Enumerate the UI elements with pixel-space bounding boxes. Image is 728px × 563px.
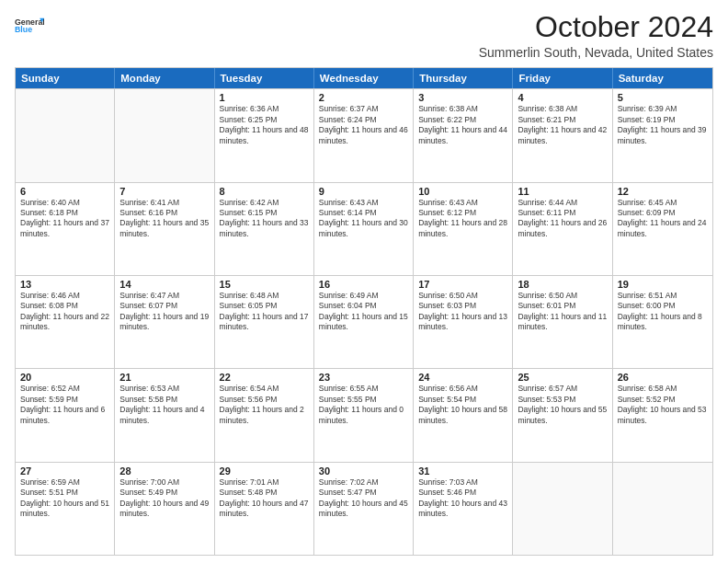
cell-w5-tuesday: 29 Sunrise: 7:01 AMSunset: 5:48 PMDaylig… [215, 463, 314, 555]
day-number: 2 [319, 92, 408, 103]
day-info: Sunrise: 6:50 AMSunset: 6:03 PMDaylight:… [418, 291, 507, 333]
header: General Blue October 2024 Summerlin Sout… [15, 11, 713, 60]
main-title: October 2024 [479, 11, 713, 43]
week-4: 20 Sunrise: 6:52 AMSunset: 5:59 PMDaylig… [16, 368, 712, 461]
cell-w1-thursday: 3 Sunrise: 6:38 AMSunset: 6:22 PMDayligh… [414, 89, 513, 181]
header-wednesday: Wednesday [314, 68, 414, 88]
day-number: 4 [518, 92, 607, 103]
day-info: Sunrise: 6:56 AMSunset: 5:54 PMDaylight:… [418, 384, 507, 426]
day-info: Sunrise: 6:55 AMSunset: 5:55 PMDaylight:… [319, 384, 408, 426]
day-number: 8 [220, 186, 309, 197]
day-info: Sunrise: 6:48 AMSunset: 6:05 PMDaylight:… [220, 291, 309, 333]
header-thursday: Thursday [414, 68, 513, 88]
day-info: Sunrise: 6:41 AMSunset: 6:16 PMDaylight:… [119, 198, 209, 240]
header-friday: Friday [513, 68, 612, 88]
day-info: Sunrise: 6:44 AMSunset: 6:11 PMDaylight:… [518, 198, 607, 240]
day-info: Sunrise: 6:59 AMSunset: 5:51 PMDaylight:… [20, 477, 109, 520]
header-tuesday: Tuesday [215, 68, 314, 88]
day-info: Sunrise: 6:47 AMSunset: 6:07 PMDaylight:… [119, 291, 209, 333]
day-number: 21 [119, 372, 209, 383]
cell-w5-wednesday: 30 Sunrise: 7:02 AMSunset: 5:47 PMDaylig… [314, 463, 414, 555]
day-info: Sunrise: 6:38 AMSunset: 6:21 PMDaylight:… [518, 104, 607, 146]
day-info: Sunrise: 6:57 AMSunset: 5:53 PMDaylight:… [518, 384, 607, 426]
day-number: 11 [518, 186, 607, 197]
header-monday: Monday [115, 68, 214, 88]
header-saturday: Saturday [613, 68, 712, 88]
cell-w2-sunday: 6 Sunrise: 6:40 AMSunset: 6:18 PMDayligh… [16, 183, 115, 275]
week-5: 27 Sunrise: 6:59 AMSunset: 5:51 PMDaylig… [16, 462, 712, 555]
cell-w5-saturday [613, 463, 712, 555]
day-number: 31 [418, 465, 507, 477]
cell-w4-sunday: 20 Sunrise: 6:52 AMSunset: 5:59 PMDaylig… [16, 369, 115, 461]
cell-w3-wednesday: 16 Sunrise: 6:49 AMSunset: 6:04 PMDaylig… [314, 276, 414, 368]
day-number: 26 [618, 372, 708, 383]
cell-w2-thursday: 10 Sunrise: 6:43 AMSunset: 6:12 PMDaylig… [414, 183, 513, 275]
day-number: 14 [119, 279, 209, 290]
day-number: 24 [418, 372, 507, 383]
day-number: 18 [518, 279, 607, 290]
cell-w5-thursday: 31 Sunrise: 7:03 AMSunset: 5:46 PMDaylig… [414, 463, 513, 555]
cell-w3-saturday: 19 Sunrise: 6:51 AMSunset: 6:00 PMDaylig… [613, 276, 712, 368]
cell-w4-friday: 25 Sunrise: 6:57 AMSunset: 5:53 PMDaylig… [513, 369, 612, 461]
day-number: 16 [319, 279, 408, 290]
cell-w2-wednesday: 9 Sunrise: 6:43 AMSunset: 6:14 PMDayligh… [314, 183, 414, 275]
day-number: 7 [119, 186, 209, 197]
week-1: 1 Sunrise: 6:36 AMSunset: 6:25 PMDayligh… [16, 88, 712, 181]
day-info: Sunrise: 6:39 AMSunset: 6:19 PMDaylight:… [618, 104, 708, 146]
cell-w1-wednesday: 2 Sunrise: 6:37 AMSunset: 6:24 PMDayligh… [314, 89, 414, 181]
cell-w1-friday: 4 Sunrise: 6:38 AMSunset: 6:21 PMDayligh… [513, 89, 612, 181]
cell-w3-tuesday: 15 Sunrise: 6:48 AMSunset: 6:05 PMDaylig… [215, 276, 314, 368]
logo: General Blue [15, 11, 44, 40]
day-number: 17 [418, 279, 507, 290]
day-number: 25 [518, 372, 607, 383]
week-2: 6 Sunrise: 6:40 AMSunset: 6:18 PMDayligh… [16, 182, 712, 275]
day-number: 1 [220, 92, 309, 103]
day-info: Sunrise: 6:36 AMSunset: 6:25 PMDaylight:… [220, 104, 309, 146]
day-number: 29 [220, 465, 309, 477]
cell-w5-monday: 28 Sunrise: 7:00 AMSunset: 5:49 PMDaylig… [115, 463, 214, 555]
cell-w5-sunday: 27 Sunrise: 6:59 AMSunset: 5:51 PMDaylig… [16, 463, 115, 555]
day-number: 12 [618, 186, 708, 197]
day-number: 28 [119, 465, 209, 477]
day-number: 23 [319, 372, 408, 383]
day-number: 3 [418, 92, 507, 103]
cell-w2-monday: 7 Sunrise: 6:41 AMSunset: 6:16 PMDayligh… [115, 183, 214, 275]
day-info: Sunrise: 6:46 AMSunset: 6:08 PMDaylight:… [20, 291, 109, 333]
calendar-body: 1 Sunrise: 6:36 AMSunset: 6:25 PMDayligh… [16, 88, 712, 555]
day-info: Sunrise: 6:37 AMSunset: 6:24 PMDaylight:… [319, 104, 408, 146]
header-sunday: Sunday [16, 68, 115, 88]
day-info: Sunrise: 6:43 AMSunset: 6:14 PMDaylight:… [319, 198, 408, 240]
day-info: Sunrise: 6:54 AMSunset: 5:56 PMDaylight:… [220, 384, 309, 426]
day-info: Sunrise: 7:00 AMSunset: 5:49 PMDaylight:… [119, 477, 209, 520]
day-number: 19 [618, 279, 708, 290]
cell-w3-sunday: 13 Sunrise: 6:46 AMSunset: 6:08 PMDaylig… [16, 276, 115, 368]
day-number: 6 [20, 186, 109, 197]
page: General Blue October 2024 Summerlin Sout… [0, 0, 728, 563]
cell-w4-saturday: 26 Sunrise: 6:58 AMSunset: 5:52 PMDaylig… [613, 369, 712, 461]
day-number: 9 [319, 186, 408, 197]
day-info: Sunrise: 6:58 AMSunset: 5:52 PMDaylight:… [618, 384, 708, 426]
cell-w1-sunday [16, 89, 115, 181]
title-block: October 2024 Summerlin South, Nevada, Un… [479, 11, 713, 60]
calendar-header: Sunday Monday Tuesday Wednesday Thursday… [16, 68, 712, 88]
cell-w1-saturday: 5 Sunrise: 6:39 AMSunset: 6:19 PMDayligh… [613, 89, 712, 181]
day-number: 13 [20, 279, 109, 290]
cell-w4-wednesday: 23 Sunrise: 6:55 AMSunset: 5:55 PMDaylig… [314, 369, 414, 461]
cell-w2-tuesday: 8 Sunrise: 6:42 AMSunset: 6:15 PMDayligh… [215, 183, 314, 275]
cell-w1-tuesday: 1 Sunrise: 6:36 AMSunset: 6:25 PMDayligh… [215, 89, 314, 181]
day-number: 27 [20, 465, 109, 477]
day-info: Sunrise: 7:01 AMSunset: 5:48 PMDaylight:… [220, 477, 309, 520]
calendar: Sunday Monday Tuesday Wednesday Thursday… [15, 67, 713, 556]
day-info: Sunrise: 6:43 AMSunset: 6:12 PMDaylight:… [418, 198, 507, 240]
day-number: 15 [220, 279, 309, 290]
cell-w4-tuesday: 22 Sunrise: 6:54 AMSunset: 5:56 PMDaylig… [215, 369, 314, 461]
cell-w3-thursday: 17 Sunrise: 6:50 AMSunset: 6:03 PMDaylig… [414, 276, 513, 368]
day-info: Sunrise: 6:42 AMSunset: 6:15 PMDaylight:… [220, 198, 309, 240]
cell-w1-monday [115, 89, 214, 181]
cell-w2-saturday: 12 Sunrise: 6:45 AMSunset: 6:09 PMDaylig… [613, 183, 712, 275]
svg-text:Blue: Blue [15, 25, 32, 34]
day-number: 22 [220, 372, 309, 383]
day-info: Sunrise: 6:52 AMSunset: 5:59 PMDaylight:… [20, 384, 109, 426]
cell-w4-monday: 21 Sunrise: 6:53 AMSunset: 5:58 PMDaylig… [115, 369, 214, 461]
cell-w3-monday: 14 Sunrise: 6:47 AMSunset: 6:07 PMDaylig… [115, 276, 214, 368]
